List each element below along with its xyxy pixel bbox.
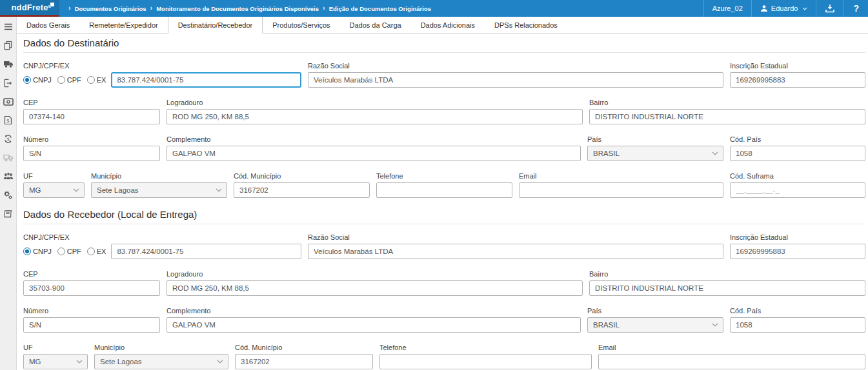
cod-municipio-field: Cód. Município	[235, 344, 373, 369]
settings-gears-icon[interactable]	[3, 190, 14, 200]
complemento-field: Complemento	[167, 307, 581, 333]
cod-pais-input[interactable]	[730, 146, 865, 161]
cnpj-input[interactable]	[111, 244, 301, 259]
email-input[interactable]	[519, 182, 723, 198]
help-button[interactable]: ?	[843, 0, 868, 17]
municipio-field: Município Sete Lagoas	[94, 344, 228, 369]
section-recebedor: Dados do Recebedor (Local de Entrega) CN…	[23, 209, 865, 369]
pais-select[interactable]: BRASIL	[587, 146, 723, 161]
radio-dot-icon	[23, 248, 31, 255]
users-group-icon[interactable]	[3, 171, 14, 181]
razao-social-input[interactable]	[308, 72, 723, 88]
pais-field: País BRASIL	[587, 135, 723, 161]
cod-municipio-field: Cód. Município	[234, 172, 370, 198]
top-bar-actions: Azure_02 Eduardo ?	[703, 0, 868, 17]
radio-ex[interactable]: EX	[87, 76, 106, 84]
inscricao-estadual-input[interactable]	[730, 72, 865, 88]
radio-cnpj[interactable]: CNPJ	[23, 76, 52, 84]
user-icon	[760, 5, 768, 12]
bairro-input[interactable]	[589, 280, 865, 296]
cep-input[interactable]	[23, 280, 160, 296]
telefone-field: Telefone	[376, 172, 512, 198]
invoice-document-icon[interactable]: $	[3, 115, 14, 125]
tab-dados-adicionais[interactable]: Dados Adicionais	[411, 17, 485, 34]
cep-input[interactable]	[23, 109, 160, 124]
truck-icon[interactable]	[3, 59, 14, 69]
logradouro-field: Logradouro	[167, 99, 583, 124]
tab-produtos-servicos[interactable]: Produtos/Serviços	[263, 17, 339, 34]
breadcrumb-item[interactable]: Documentos Originários	[75, 5, 146, 12]
money-note-icon[interactable]	[3, 97, 14, 106]
municipio-select[interactable]: Sete Lagoas	[94, 354, 228, 369]
cnpj-input[interactable]	[111, 72, 301, 88]
radio-ex[interactable]: EX	[87, 248, 106, 255]
hamburger-menu-icon[interactable]	[3, 22, 14, 32]
radio-dot-icon	[57, 76, 65, 84]
complemento-input[interactable]	[167, 317, 581, 333]
uf-select[interactable]: MG	[23, 354, 88, 369]
uf-field: UF MG	[23, 344, 88, 369]
complemento-input[interactable]	[167, 146, 581, 161]
breadcrumb-chevron-icon: ›	[68, 4, 71, 12]
breadcrumb: › Documentos Originários › Monitoramento…	[59, 0, 703, 17]
uf-select[interactable]: MG	[23, 182, 85, 198]
numero-input[interactable]	[23, 146, 160, 161]
breadcrumb-item[interactable]: Monitoramento de Documentos Originários …	[156, 5, 319, 12]
user-menu[interactable]: Eduardo	[751, 0, 816, 17]
municipio-select[interactable]: Sete Lagoas	[91, 182, 227, 198]
section-title: Dados do Destinatário	[23, 37, 865, 53]
app-logo[interactable]: nddFrete	[0, 0, 59, 17]
cod-municipio-input[interactable]	[235, 354, 373, 369]
radio-cnpj[interactable]: CNPJ	[23, 248, 52, 255]
razao-social-input[interactable]	[308, 244, 723, 259]
radio-dot-icon	[87, 76, 95, 84]
tab-dpss-relacionados[interactable]: DPSs Relacionados	[485, 17, 567, 34]
app-logo-text: nddFrete	[11, 3, 48, 12]
cod-suframa-input[interactable]	[730, 182, 865, 198]
tab-destinatario-recebedor[interactable]: Destinatário/Recebedor	[168, 17, 263, 34]
logradouro-input[interactable]	[167, 280, 583, 296]
cod-pais-input[interactable]	[730, 317, 865, 333]
tab-dados-gerais[interactable]: Dados Gerais	[17, 17, 79, 34]
numero-input[interactable]	[23, 317, 160, 333]
cep-field: CEP	[23, 270, 160, 296]
left-sidebar: $ $	[0, 17, 17, 370]
email-input[interactable]	[598, 354, 865, 369]
telefone-input[interactable]	[376, 182, 512, 198]
chevron-down-icon	[802, 7, 807, 10]
radio-dot-icon	[57, 248, 65, 255]
doc-type-label: CNPJ/CPF/EX	[23, 233, 301, 241]
section-destinatario: Dados do Destinatário CNPJ/CPF/EX CNPJ C…	[23, 37, 865, 198]
ledger-book-icon[interactable]	[3, 209, 14, 219]
logradouro-input[interactable]	[167, 109, 583, 124]
inscricao-estadual-input[interactable]	[730, 244, 865, 259]
download-icon	[825, 4, 835, 13]
tab-dados-da-carga[interactable]: Dados da Carga	[340, 17, 411, 34]
top-bar: nddFrete › Documentos Originários › Moni…	[0, 0, 868, 17]
logradouro-field: Logradouro	[167, 270, 583, 296]
environment-selector[interactable]: Azure_02	[703, 0, 751, 17]
user-name-label: Eduardo	[771, 5, 798, 12]
chevron-down-icon	[216, 188, 222, 192]
breadcrumb-chevron-icon: ›	[323, 4, 325, 12]
download-button[interactable]	[816, 0, 843, 17]
complemento-field: Complemento	[167, 135, 581, 161]
telefone-input[interactable]	[379, 354, 592, 369]
radio-cpf[interactable]: CPF	[57, 76, 81, 84]
currency-exchange-icon[interactable]: $	[3, 134, 14, 144]
export-document-icon[interactable]	[3, 78, 14, 88]
copy-documents-icon[interactable]	[3, 41, 14, 50]
bairro-input[interactable]	[589, 109, 865, 124]
tab-remetente-expedidor[interactable]: Remetente/Expedidor	[79, 17, 167, 34]
numero-field: Número	[23, 135, 160, 161]
pais-select[interactable]: BRASIL	[587, 317, 723, 333]
form-content: Dados do Destinatário CNPJ/CPF/EX CNPJ C…	[17, 34, 868, 370]
logo-square-icon	[48, 5, 51, 8]
bairro-field: Bairro	[589, 270, 865, 296]
telefone-field: Telefone	[379, 344, 592, 369]
breadcrumb-item[interactable]: Edição de Documentos Originários	[329, 5, 431, 12]
cod-municipio-input[interactable]	[234, 182, 370, 198]
radio-dot-icon	[87, 248, 95, 255]
truck-secondary-icon[interactable]	[3, 153, 14, 162]
radio-cpf[interactable]: CPF	[57, 248, 81, 255]
